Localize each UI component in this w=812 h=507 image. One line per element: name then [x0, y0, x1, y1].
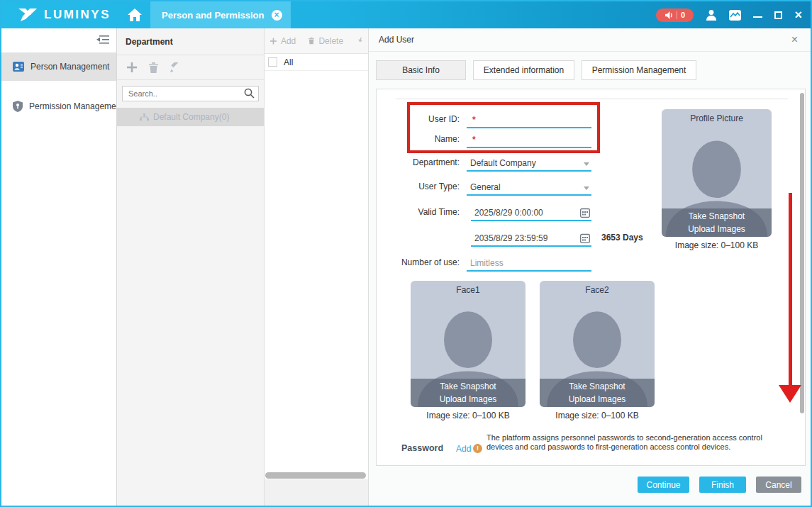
alarm-count: 0: [681, 11, 685, 19]
department-toolbar: [117, 55, 264, 80]
face1-actions: Take Snapshot Upload Images: [411, 379, 525, 407]
dialog-scrollbar[interactable]: [800, 93, 804, 413]
profile-picture-card[interactable]: Profile Picture Take Snapshot Upload Ima…: [662, 109, 772, 237]
tab-basic-info[interactable]: Basic Info: [376, 60, 466, 80]
add-department-icon[interactable]: [127, 62, 137, 72]
cancel-button[interactable]: Cancel: [756, 477, 801, 493]
add-user-dialog: Add User × Basic Info Extended informati…: [369, 28, 811, 506]
profile-picture-actions: Take Snapshot Upload Images: [662, 208, 772, 237]
face2-actions: Take Snapshot Upload Images: [540, 379, 655, 407]
import-export-icon[interactable]: [356, 36, 362, 45]
delete-person-icon[interactable]: [308, 36, 314, 45]
select-all-checkbox[interactable]: [268, 57, 277, 67]
upload-images-link[interactable]: Upload Images: [440, 393, 497, 406]
name-input[interactable]: *: [467, 133, 591, 148]
user-id-label: User ID:: [377, 114, 460, 124]
face1-card[interactable]: Face1 Take Snapshot Upload Images: [411, 281, 525, 407]
tab-extended-information[interactable]: Extended information: [473, 60, 574, 80]
valid-from-input[interactable]: 2025/8/29 0:00:00: [471, 206, 591, 221]
dialog-footer: Continue Finish Cancel: [638, 477, 801, 493]
user-type-select[interactable]: General: [467, 180, 591, 196]
shield-key-icon: [13, 101, 23, 112]
add-person-label[interactable]: Add: [281, 36, 296, 46]
take-snapshot-link[interactable]: Take Snapshot: [569, 380, 625, 393]
profile-picture-title: Profile Picture: [662, 113, 772, 123]
number-of-use-input[interactable]: Limitless: [467, 256, 591, 272]
delete-department-icon[interactable]: [149, 62, 158, 73]
calendar-icon[interactable]: [580, 233, 590, 243]
person-list-toolbar: Add Delete: [265, 28, 368, 54]
department-tree-label: Default Company(0): [153, 112, 229, 122]
search-icon[interactable]: [244, 88, 255, 99]
password-add-link[interactable]: Add: [456, 444, 471, 454]
face2-card[interactable]: Face2 Take Snapshot Upload Images: [540, 281, 655, 407]
monitor-wave-icon[interactable]: [729, 10, 741, 21]
speaker-icon: [665, 11, 673, 19]
department-select[interactable]: Default Company: [467, 156, 591, 172]
finish-button[interactable]: Finish: [699, 477, 746, 493]
sidebar: Person Management Permission Manageme: [1, 28, 117, 506]
alarm-badge[interactable]: 0: [656, 9, 694, 22]
face2-title: Face2: [540, 285, 655, 295]
user-account-icon[interactable]: [706, 9, 717, 21]
tab-close-icon[interactable]: ×: [272, 10, 282, 21]
chevron-down-icon: [584, 162, 589, 166]
sidebar-item-person-management[interactable]: Person Management: [1, 52, 116, 81]
number-of-use-value: Limitless: [470, 258, 504, 268]
divider: [677, 11, 677, 19]
person-list-panel: Add Delete All: [265, 28, 369, 506]
dialog-close-icon[interactable]: ×: [791, 34, 798, 45]
collapse-sidebar-button[interactable]: [96, 35, 109, 48]
horizontal-scrollbar[interactable]: [265, 472, 366, 479]
number-of-use-label: Number of use:: [377, 257, 460, 267]
department-panel-title: Department: [117, 28, 264, 55]
dialog-header: Add User ×: [369, 28, 811, 52]
valid-time-from-row: Valid Time: 2025/8/29 0:00:00: [377, 204, 696, 221]
sidebar-item-permission-management[interactable]: Permission Manageme: [1, 92, 116, 121]
take-snapshot-link[interactable]: Take Snapshot: [440, 380, 496, 393]
app-window: LUMINYS Person and Permission × 0: [0, 0, 812, 507]
divider: [396, 99, 788, 99]
window-close-button[interactable]: ×: [794, 10, 802, 20]
number-of-use-row: Number of use: Limitless: [377, 255, 696, 272]
tab-permission-management[interactable]: Permission Management: [582, 60, 696, 80]
minimize-button[interactable]: [753, 16, 762, 18]
valid-to-input[interactable]: 2035/8/29 23:59:59: [471, 231, 591, 247]
upload-images-link[interactable]: Upload Images: [688, 223, 745, 235]
luminys-logo-icon: [17, 7, 38, 23]
edit-department-icon[interactable]: [170, 62, 180, 72]
home-button[interactable]: [119, 1, 150, 28]
home-icon: [128, 9, 142, 21]
profile-size-note: Image size: 0–100 KB: [662, 240, 772, 250]
department-tree-item[interactable]: Default Company(0): [117, 108, 264, 126]
list-footer-area: [265, 479, 368, 506]
org-tree-icon: [140, 113, 149, 121]
basic-info-panel: User ID: * Name: * Department:: [376, 89, 806, 466]
department-value: Default Company: [470, 158, 536, 168]
tab-person-and-permission[interactable]: Person and Permission ×: [150, 1, 291, 28]
chevron-down-icon: [584, 186, 589, 190]
user-id-input[interactable]: *: [467, 113, 591, 128]
valid-time-label: Valid Time:: [377, 207, 460, 217]
sidebar-item-label: Permission Manageme: [29, 101, 116, 111]
maximize-button[interactable]: [774, 11, 782, 19]
brand-logo: LUMINYS: [17, 1, 111, 28]
select-all-row[interactable]: All: [265, 54, 368, 71]
titlebar-controls: 0 ×: [656, 1, 802, 28]
person-card-icon: [13, 62, 24, 72]
department-panel: Department: [117, 28, 265, 506]
valid-time-to-row: 2035/8/29 23:59:59 3653 Days: [377, 230, 696, 247]
take-snapshot-link[interactable]: Take Snapshot: [689, 210, 745, 223]
face1-title: Face1: [411, 285, 525, 295]
collapse-sidebar-icon: [96, 35, 109, 45]
upload-images-link[interactable]: Upload Images: [569, 393, 626, 406]
add-person-icon[interactable]: [270, 37, 277, 45]
calendar-icon[interactable]: [580, 208, 590, 218]
brand-name: LUMINYS: [44, 8, 111, 22]
app-body: Person Management Permission Manageme De…: [1, 28, 811, 506]
department-label: Department:: [377, 157, 460, 167]
delete-person-label[interactable]: Delete: [318, 36, 343, 46]
department-search-input[interactable]: [122, 86, 259, 101]
dialog-tabs: Basic Info Extended information Permissi…: [376, 60, 696, 80]
continue-button[interactable]: Continue: [638, 477, 689, 493]
